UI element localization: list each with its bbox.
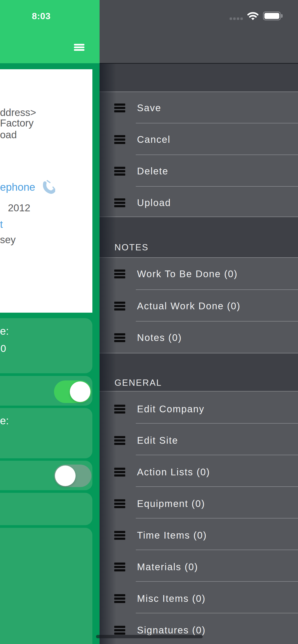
card-value: 0 xyxy=(1,342,6,354)
drawer-item-label: Notes (0) xyxy=(137,332,182,343)
hamburger-menu-icon[interactable] xyxy=(74,44,84,51)
drawer-item-label: Signatures (0) xyxy=(137,625,206,636)
separator xyxy=(136,486,298,487)
drawer-item-edit-company[interactable]: Edit Company xyxy=(100,400,298,418)
drawer-item-upload[interactable]: Upload xyxy=(100,193,298,212)
drawer-item-label: Delete xyxy=(137,166,169,176)
info-card-tall xyxy=(0,528,92,644)
telephone-link[interactable]: ephone xyxy=(0,181,35,193)
drawer-item-label: Work To Be Done (0) xyxy=(137,268,238,279)
toggle-switch-off[interactable] xyxy=(54,464,91,487)
menu-rows-icon xyxy=(114,270,125,278)
region-fragment: sey xyxy=(0,234,16,246)
menu-rows-icon xyxy=(114,468,125,476)
separator xyxy=(136,290,298,290)
navbar-shadow xyxy=(100,63,298,64)
info-card-toggle-on xyxy=(0,376,92,406)
card-label: e: xyxy=(0,414,9,427)
drawer-item-delete[interactable]: Delete xyxy=(100,162,298,181)
separator xyxy=(136,186,298,187)
separator xyxy=(136,613,298,613)
section-header-notes: NOTES xyxy=(114,242,148,252)
side-drawer: Save Cancel Delete Upload NOTES Work To … xyxy=(100,0,298,644)
drawer-item-label: Cancel xyxy=(137,134,171,145)
separator xyxy=(136,518,298,518)
app-background: 8:03 ddress> Factory oad ephone 2012 t s… xyxy=(0,0,100,644)
toggle-knob xyxy=(55,466,76,486)
drawer-item-label: Materials (0) xyxy=(137,562,198,572)
separator xyxy=(100,353,298,354)
info-card-empty xyxy=(0,493,92,525)
separator xyxy=(136,123,298,124)
wifi-icon xyxy=(247,11,259,21)
status-time: 8:03 xyxy=(22,11,60,22)
menu-rows-icon xyxy=(114,531,125,540)
drawer-item-label: Save xyxy=(137,102,161,113)
drawer-header-band xyxy=(100,64,298,92)
drawer-item-actual-work-done[interactable]: Actual Work Done (0) xyxy=(100,296,298,316)
menu-rows-icon xyxy=(114,405,125,414)
menu-rows-icon xyxy=(114,302,125,310)
drawer-item-label: Edit Site xyxy=(137,435,178,446)
separator xyxy=(136,550,298,550)
drawer-item-work-to-be-done[interactable]: Work To Be Done (0) xyxy=(100,264,298,284)
menu-rows-icon xyxy=(114,135,125,144)
toggle-switch-on[interactable] xyxy=(54,380,91,403)
drawer-item-label: Time Items (0) xyxy=(137,530,207,541)
separator xyxy=(100,92,298,92)
menu-rows-icon xyxy=(114,436,125,445)
link-fragment[interactable]: t xyxy=(0,219,3,230)
cellular-signal-icon xyxy=(230,18,243,20)
battery-nub-icon xyxy=(281,14,283,18)
menu-rows-icon xyxy=(114,626,125,635)
separator xyxy=(136,321,298,322)
drawer-item-save[interactable]: Save xyxy=(100,98,298,118)
separator xyxy=(100,216,298,217)
phone-icon xyxy=(41,180,55,194)
drawer-item-edit-site[interactable]: Edit Site xyxy=(100,431,298,450)
drawer-item-misc-items[interactable]: Misc Items (0) xyxy=(100,589,298,608)
section-header-general: GENERAL xyxy=(114,378,162,388)
drawer-item-materials[interactable]: Materials (0) xyxy=(100,557,298,576)
separator xyxy=(136,423,298,424)
drawer-item-equipment[interactable]: Equipment (0) xyxy=(100,494,298,513)
drawer-item-notes[interactable]: Notes (0) xyxy=(100,328,298,347)
drawer-item-time-items[interactable]: Time Items (0) xyxy=(100,526,298,545)
drawer-item-label: Edit Company xyxy=(137,404,204,414)
card-label: e: xyxy=(0,325,9,337)
menu-rows-icon xyxy=(114,198,125,207)
app-navbar: 8:03 xyxy=(0,0,100,63)
menu-rows-icon xyxy=(114,104,125,112)
separator xyxy=(100,257,298,258)
separator xyxy=(136,455,298,455)
menu-rows-icon xyxy=(114,562,125,572)
separator xyxy=(136,581,298,582)
menu-rows-icon xyxy=(114,594,125,603)
toggle-knob xyxy=(70,382,90,402)
separator xyxy=(136,154,298,155)
drawer-item-action-lists[interactable]: Action Lists (0) xyxy=(100,462,298,482)
menu-rows-icon xyxy=(114,167,125,176)
info-card-label: e: xyxy=(0,408,92,458)
drawer-item-label: Upload xyxy=(137,198,171,208)
date-fragment: 2012 xyxy=(8,202,30,214)
address-fragment-1: ddress> xyxy=(0,107,36,118)
screen: 8:03 ddress> Factory oad ephone 2012 t s… xyxy=(0,0,298,644)
menu-rows-icon xyxy=(114,499,125,508)
drawer-item-cancel[interactable]: Cancel xyxy=(100,130,298,149)
drawer-item-label: Action Lists (0) xyxy=(137,467,210,478)
battery-icon xyxy=(263,12,281,20)
site-detail-card: ddress> Factory oad ephone 2012 t sey xyxy=(0,69,92,313)
drawer-item-label: Equipment (0) xyxy=(137,498,205,509)
drawer-item-label: Misc Items (0) xyxy=(137,593,206,604)
home-indicator[interactable] xyxy=(96,635,203,638)
menu-rows-icon xyxy=(114,333,125,342)
separator xyxy=(100,391,298,392)
address-fragment-2: Factory xyxy=(0,118,34,129)
drawer-item-label: Actual Work Done (0) xyxy=(137,301,241,312)
info-card-toggle-off xyxy=(0,461,92,490)
info-card-date: e: 0 xyxy=(0,318,92,373)
address-fragment-3: oad xyxy=(0,129,17,141)
